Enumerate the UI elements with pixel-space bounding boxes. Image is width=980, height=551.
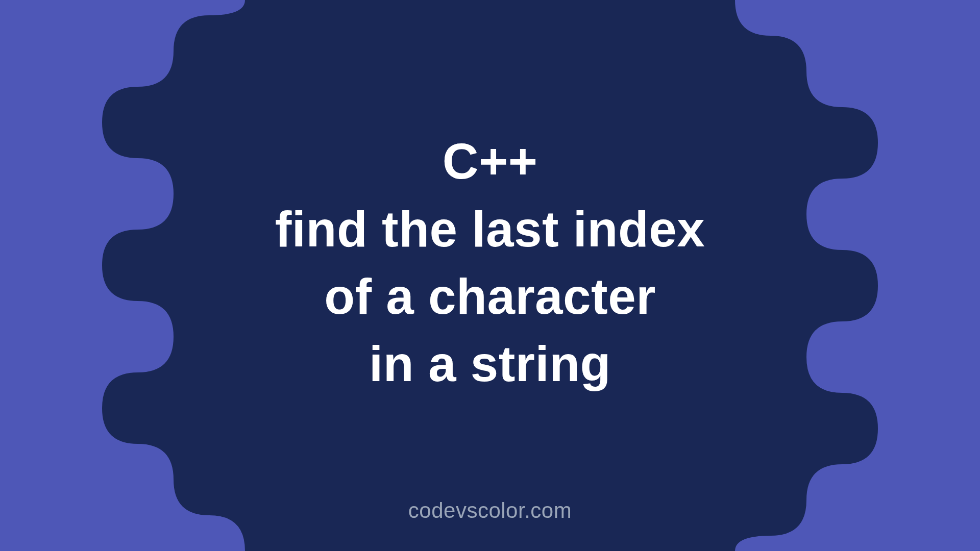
title-block: C++ find the last index of a character i…: [0, 153, 980, 397]
title-line-1: C++: [0, 128, 980, 195]
title-line-2: find the last index: [0, 195, 980, 263]
title-line-4: in a string: [0, 330, 980, 397]
site-attribution: codevscolor.com: [408, 498, 572, 523]
title-line-3: of a character: [0, 263, 980, 330]
banner-card: C++ find the last index of a character i…: [0, 0, 980, 551]
